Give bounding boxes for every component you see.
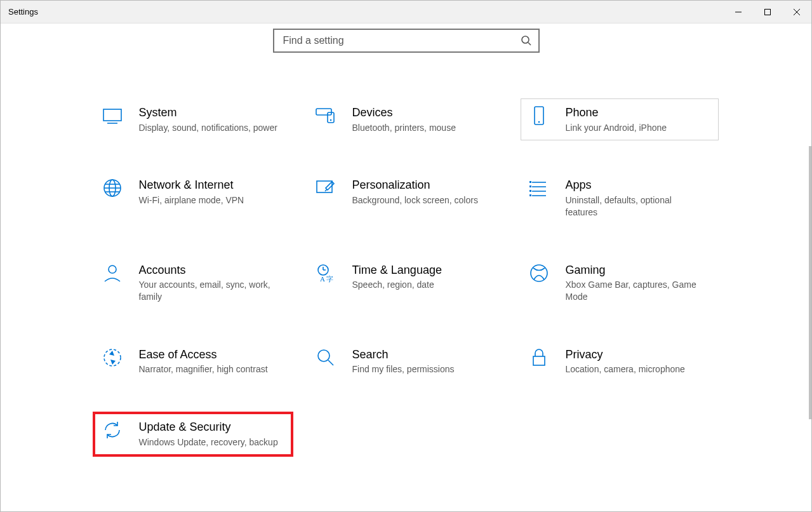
svg-rect-23	[529, 185, 531, 187]
lock-icon	[528, 346, 550, 369]
svg-rect-21	[529, 181, 531, 183]
paint-icon	[314, 177, 337, 199]
tile-desc: Your accounts, email, sync, work, family	[139, 279, 279, 303]
scrollbar[interactable]	[809, 146, 811, 419]
content-area: System Display, sound, notifications, po…	[1, 24, 811, 511]
maximize-button[interactable]	[753, 1, 782, 24]
system-icon	[101, 104, 124, 127]
tile-gaming[interactable]: Gaming Xbox Game Bar, captures, Game Mod…	[521, 256, 719, 310]
tile-desc: Background, lock screen, colors	[352, 194, 492, 206]
tile-desc: Wi-Fi, airplane mode, VPN	[139, 194, 279, 206]
tile-desc: Location, camera, microphone	[566, 363, 705, 375]
tile-time-language[interactable]: A字 Time & Language Speech, region, date	[307, 256, 505, 310]
svg-rect-8	[316, 109, 331, 115]
search-input[interactable]	[283, 35, 521, 46]
tile-title: Apps	[566, 178, 712, 192]
update-icon	[101, 419, 124, 441]
tile-desc: Xbox Game Bar, captures, Game Mode	[566, 279, 705, 303]
svg-point-36	[318, 350, 329, 361]
svg-text:字: 字	[326, 275, 333, 283]
search-box[interactable]	[273, 29, 540, 53]
tile-desc: Speech, region, date	[352, 279, 492, 291]
ease-icon	[101, 346, 124, 369]
svg-point-12	[538, 121, 540, 123]
tile-title: Devices	[352, 105, 498, 120]
tile-accounts[interactable]: Accounts Your accounts, email, sync, wor…	[94, 256, 292, 310]
svg-point-10	[329, 119, 331, 121]
svg-rect-1	[765, 9, 771, 15]
phone-icon	[528, 104, 550, 127]
svg-point-28	[109, 266, 116, 273]
tile-apps[interactable]: Apps Uninstall, defaults, optional featu…	[521, 171, 719, 225]
svg-rect-25	[529, 190, 531, 192]
category-grid: System Display, sound, notifications, po…	[1, 98, 811, 455]
tile-title: Privacy	[566, 347, 712, 362]
svg-text:A: A	[320, 275, 325, 283]
devices-icon	[314, 104, 337, 127]
tile-privacy[interactable]: Privacy Location, camera, microphone	[521, 340, 719, 382]
svg-rect-6	[103, 109, 121, 121]
svg-line-5	[528, 43, 531, 45]
minimize-button[interactable]	[724, 1, 753, 24]
svg-line-19	[325, 189, 327, 191]
tile-system[interactable]: System Display, sound, notifications, po…	[94, 98, 292, 140]
tile-title: Update & Security	[139, 420, 285, 435]
tile-personalization[interactable]: Personalization Background, lock screen,…	[307, 171, 505, 225]
svg-rect-38	[533, 356, 545, 365]
tile-desc: Display, sound, notifications, power	[139, 122, 279, 134]
clock-language-icon: A字	[314, 262, 337, 285]
svg-rect-9	[328, 112, 334, 123]
settings-window: Settings Sys	[0, 0, 812, 512]
tile-desc: Narrator, magnifier, high contrast	[139, 363, 279, 375]
xbox-icon	[528, 262, 550, 285]
tile-title: Accounts	[139, 263, 285, 278]
tile-title: Time & Language	[352, 263, 498, 278]
tile-desc: Uninstall, defaults, optional features	[566, 194, 705, 219]
window-title: Settings	[8, 7, 38, 17]
svg-rect-27	[529, 194, 531, 196]
tile-search[interactable]: Search Find my files, permissions	[307, 340, 505, 382]
magnifier-icon	[314, 346, 337, 369]
tile-devices[interactable]: Devices Bluetooth, printers, mouse	[307, 98, 505, 140]
tile-desc: Link your Android, iPhone	[566, 122, 705, 134]
svg-rect-18	[317, 181, 332, 192]
tile-title: Network & Internet	[139, 178, 285, 192]
svg-point-34	[531, 265, 547, 281]
tile-title: Search	[352, 347, 498, 362]
tile-title: System	[139, 105, 285, 120]
svg-point-4	[522, 36, 529, 43]
tile-update-security[interactable]: Update & Security Windows Update, recove…	[94, 413, 292, 455]
tile-title: Gaming	[566, 263, 712, 278]
tile-desc: Bluetooth, printers, mouse	[352, 122, 492, 134]
tile-desc: Find my files, permissions	[352, 363, 492, 375]
tile-title: Phone	[566, 105, 712, 120]
search-icon	[521, 35, 532, 46]
person-icon	[101, 262, 124, 285]
tile-phone[interactable]: Phone Link your Android, iPhone	[521, 98, 719, 140]
tile-desc: Windows Update, recovery, backup	[139, 436, 279, 448]
globe-icon	[101, 177, 124, 199]
apps-icon	[528, 177, 550, 199]
tile-title: Personalization	[352, 178, 498, 192]
tile-network[interactable]: Network & Internet Wi-Fi, airplane mode,…	[94, 171, 292, 225]
svg-line-37	[328, 360, 333, 365]
tile-title: Ease of Access	[139, 347, 285, 362]
title-bar: Settings	[1, 1, 811, 24]
close-button[interactable]	[782, 1, 811, 24]
tile-ease-of-access[interactable]: Ease of Access Narrator, magnifier, high…	[94, 340, 292, 382]
